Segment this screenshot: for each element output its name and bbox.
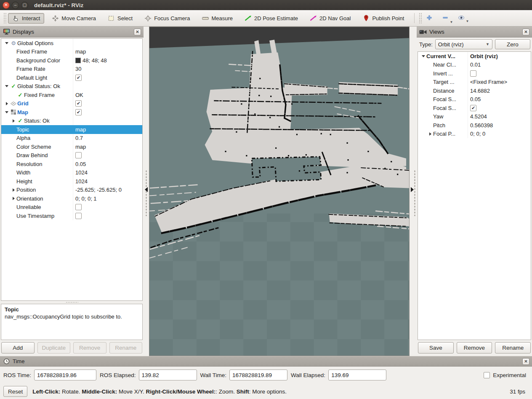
property-value[interactable]: 48; 48; 48 bbox=[82, 57, 107, 64]
tree-row-frame-rate[interactable]: Frame Rate30 bbox=[1, 65, 142, 74]
checkbox-unchecked[interactable] bbox=[470, 70, 476, 77]
tree-row-status-ok[interactable]: ✓Status: Ok bbox=[1, 117, 142, 126]
tool-2d-nav-goal[interactable]: 2D Nav Goal bbox=[306, 13, 355, 24]
tree-row-use-timestamp[interactable]: Use Timestamp bbox=[1, 212, 142, 220]
collapse-left-icon[interactable] bbox=[145, 187, 148, 192]
tree-row-background-color[interactable]: Background Color48; 48; 48 bbox=[1, 56, 142, 65]
tree-row-global-status-ok[interactable]: ✓Global Status: Ok bbox=[1, 82, 142, 91]
checkbox-checked[interactable]: ✔ bbox=[470, 105, 476, 111]
collapse-right-icon[interactable] bbox=[411, 187, 414, 192]
property-value[interactable]: map bbox=[75, 144, 86, 150]
wall-elapsed-input[interactable] bbox=[328, 370, 386, 380]
tree-row-near-cl[interactable]: Near Cl...0.01 bbox=[418, 61, 531, 70]
displays-panel-header[interactable]: Displays ✕ bbox=[0, 27, 144, 37]
property-value[interactable]: map bbox=[75, 126, 86, 133]
tool-select[interactable]: Select bbox=[104, 13, 137, 24]
view-type-dropdown[interactable]: Orbit (rviz) ▼ bbox=[435, 39, 492, 49]
ros-elapsed-input[interactable] bbox=[139, 370, 197, 380]
property-value[interactable]: 0.560398 bbox=[470, 122, 493, 129]
tool-move-camera[interactable]: Move Camera bbox=[48, 13, 100, 24]
tool-interact[interactable]: Interact bbox=[8, 13, 44, 24]
color-swatch[interactable] bbox=[75, 58, 81, 63]
expander-down-icon[interactable] bbox=[4, 42, 10, 44]
expander-right-icon[interactable] bbox=[11, 197, 16, 200]
tool-focus-camera[interactable]: Focus Camera bbox=[140, 13, 194, 24]
tree-row-map[interactable]: Map✔ bbox=[1, 108, 142, 117]
tree-row-fixed-frame[interactable]: ✓Fixed FrameOK bbox=[1, 91, 142, 99]
tree-row-invert[interactable]: Invert ... bbox=[418, 69, 531, 78]
tree-row-focal-s[interactable]: Focal S...0.05 bbox=[418, 95, 531, 104]
property-value[interactable]: Orbit (rviz) bbox=[470, 53, 498, 59]
toolbar-plus-button[interactable] bbox=[423, 13, 435, 24]
property-value[interactable]: -25.625; -25.625; 0 bbox=[75, 187, 122, 193]
toolbar-minus-button[interactable]: ▼ bbox=[439, 13, 451, 24]
expander-down-icon[interactable] bbox=[4, 111, 10, 113]
save-button[interactable]: Save bbox=[418, 342, 454, 353]
tree-row-pitch[interactable]: Pitch0.560398 bbox=[418, 121, 531, 130]
views-close-icon[interactable]: ✕ bbox=[522, 29, 529, 35]
tree-row-color-scheme[interactable]: Color Schememap bbox=[1, 142, 142, 151]
property-value[interactable]: 14.6882 bbox=[470, 88, 490, 94]
expander-right-icon[interactable] bbox=[11, 119, 16, 123]
duplicate-button[interactable]: Duplicate bbox=[37, 342, 71, 353]
expander-right-icon[interactable] bbox=[427, 132, 433, 136]
property-value[interactable]: 0; 0; 0 bbox=[470, 131, 485, 137]
tree-row-position[interactable]: Position-25.625; -25.625; 0 bbox=[1, 186, 142, 195]
tree-row-global-options[interactable]: ⚙Global Options bbox=[1, 39, 142, 48]
checkbox-unchecked[interactable] bbox=[75, 204, 82, 210]
expander-down-icon[interactable] bbox=[4, 85, 10, 87]
remove-button[interactable]: Remove bbox=[73, 342, 106, 353]
time-close-icon[interactable]: ✕ bbox=[522, 358, 529, 365]
tree-row-target[interactable]: Target ...<Fixed Frame> bbox=[418, 78, 531, 87]
displays-splitter-handle[interactable] bbox=[0, 301, 144, 304]
displays-close-icon[interactable]: ✕ bbox=[134, 29, 141, 35]
tree-row-current-v[interactable]: Current V...Orbit (rviz) bbox=[418, 52, 531, 61]
expander-right-icon[interactable] bbox=[4, 102, 10, 105]
property-value[interactable]: 4.5204 bbox=[470, 113, 487, 120]
reset-button[interactable]: Reset bbox=[3, 386, 27, 397]
toolbar-drag-handle-2[interactable] bbox=[419, 13, 422, 24]
tree-row-distance[interactable]: Distance14.6882 bbox=[418, 86, 531, 95]
property-value[interactable]: OK bbox=[75, 92, 83, 98]
tree-row-draw-behind[interactable]: Draw Behind bbox=[1, 151, 142, 160]
tree-row-height[interactable]: Height1024 bbox=[1, 177, 142, 186]
tree-row-width[interactable]: Width1024 bbox=[1, 169, 142, 177]
views-panel-header[interactable]: Views ✕ bbox=[417, 27, 532, 37]
property-value[interactable]: 1024 bbox=[75, 169, 88, 176]
experimental-checkbox[interactable] bbox=[484, 372, 490, 378]
tree-row-resolution[interactable]: Resolution0.05 bbox=[1, 160, 142, 169]
ros-time-input[interactable] bbox=[34, 370, 96, 380]
rename-button[interactable]: Rename bbox=[495, 342, 531, 353]
tool-publish-point[interactable]: Publish Point bbox=[358, 13, 408, 24]
render-viewport[interactable] bbox=[149, 27, 410, 356]
remove-button[interactable]: Remove bbox=[457, 342, 492, 353]
property-value[interactable]: 0.7 bbox=[75, 135, 83, 141]
toolbar-drag-handle[interactable] bbox=[3, 13, 6, 24]
property-value[interactable]: 0.05 bbox=[470, 96, 481, 102]
time-panel-header[interactable]: Time ✕ bbox=[0, 356, 532, 367]
wall-time-input[interactable] bbox=[229, 370, 287, 380]
expander-down-icon[interactable] bbox=[420, 55, 426, 57]
tree-row-orientation[interactable]: Orientation0; 0; 0; 1 bbox=[1, 194, 142, 203]
add-button[interactable]: Add bbox=[1, 342, 35, 353]
tree-row-fixed-frame[interactable]: Fixed Framemap bbox=[1, 48, 142, 56]
tree-row-grid[interactable]: Grid✔ bbox=[1, 99, 142, 108]
checkbox-checked[interactable]: ✔ bbox=[75, 75, 82, 81]
property-value[interactable]: 30 bbox=[75, 66, 81, 72]
tree-row-topic[interactable]: Topicmap bbox=[1, 125, 142, 134]
tool-measure[interactable]: Measure bbox=[197, 13, 237, 24]
zero-button[interactable]: Zero bbox=[495, 39, 530, 49]
property-value[interactable]: 0.05 bbox=[75, 161, 86, 167]
property-value[interactable]: 1024 bbox=[75, 178, 88, 185]
property-value[interactable]: 0.01 bbox=[470, 62, 481, 68]
tree-row-unreliable[interactable]: Unreliable bbox=[1, 203, 142, 212]
maximize-window-button[interactable]: ▢ bbox=[21, 2, 28, 9]
tree-row-focal-s[interactable]: Focal S...✔ bbox=[418, 104, 531, 112]
tree-row-alpha[interactable]: Alpha0.7 bbox=[1, 134, 142, 143]
tree-row-focal-p[interactable]: Focal P...0; 0; 0 bbox=[418, 130, 531, 139]
checkbox-checked[interactable]: ✔ bbox=[75, 100, 82, 107]
property-value[interactable]: <Fixed Frame> bbox=[470, 79, 507, 85]
property-value[interactable]: 0; 0; 0; 1 bbox=[75, 195, 97, 202]
left-splitter[interactable] bbox=[144, 27, 149, 356]
expander-right-icon[interactable] bbox=[11, 188, 16, 192]
